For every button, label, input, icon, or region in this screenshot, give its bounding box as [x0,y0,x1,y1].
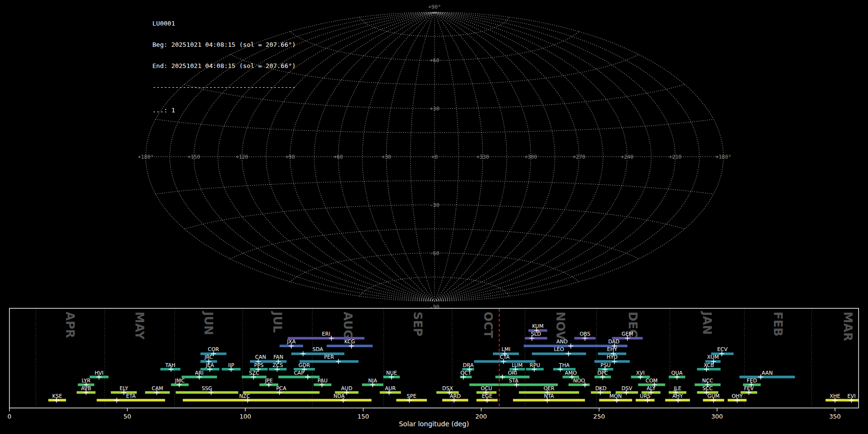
info-panel: LU0001 Beg: 20251021 04:08:15 (sol = 207… [152,6,296,128]
shower-label-SCC: SCC [703,385,713,392]
shower-label-DSV: DSV [622,385,633,392]
shower-label-DSX: DSX [442,385,453,392]
x-tick-label: 300 [711,413,723,420]
shower-label-SLD: SLD [531,331,541,337]
map-lon-label: +180° [716,154,732,160]
shower-label-ORI: ORI [508,370,517,376]
shower-label-EHY: EHY [607,346,618,353]
shower-label-JPE: JPE [264,378,273,384]
shower-label-CAP: CAP [294,370,304,376]
shower-label-PCA: PCA [276,385,287,392]
shower-label-PPS: PPS [254,362,264,368]
shower-label-SPE: SPE [407,393,417,399]
map-lon-label: +0 [432,154,438,160]
shower-label-OHY: OHY [732,393,743,399]
shower-peak-marker-AND [568,343,573,348]
x-axis-title: Solar longitude (deg) [399,420,469,428]
shower-label-AND: AND [556,339,568,345]
shower-label-PAU: PAU [317,378,327,384]
shower-peak-marker-PER [336,359,341,364]
shower-label-IIP: IIP [228,362,234,368]
shower-label-OCU: OCU [481,385,492,392]
shower-label-JEA: JEA [205,362,215,368]
shower-label-CAM: CAM [152,385,163,392]
shower-label-NOO: NOO [573,378,585,384]
map-lon-label: +330 [476,154,489,160]
shower-label-PSU: PSU [600,362,610,368]
shower-label-SDA: SDA [312,346,324,353]
map-lat-label: -30 [430,202,439,208]
shower-label-NZC: NZC [239,393,250,399]
map-lat-label: +60 [430,57,439,64]
shower-label-COM: COM [646,378,658,384]
month-label-FEB: FEB [771,312,785,336]
shower-label-OBS: OBS [580,331,591,337]
shower-label-ERI: ERI [322,331,330,337]
month-label-MAY: MAY [133,312,146,339]
map-lon-label: +210 [669,154,681,160]
shower-label-XUM: XUM [707,354,719,360]
month-label-NOV: NOV [554,312,567,340]
shower-label-THA: THA [558,362,570,368]
map-lon-label: +150 [188,154,200,160]
shower-label-EVI: EVI [847,393,855,399]
shower-label-TAH: TAH [165,362,176,368]
month-label-JUL: JUL [271,311,284,333]
shower-label-LYR: LYR [81,378,91,384]
shower-label-EGE: EGE [482,393,492,399]
shower-label-ALY: ALY [647,385,656,392]
month-label-SEP: SEP [411,312,424,336]
shower-label-LEO: LEO [554,346,564,353]
shower-label-PER: PER [324,354,334,360]
shower-label-NCC: NCC [702,378,713,384]
x-tick-label: 350 [829,413,841,420]
shower-label-CTA: CTA [500,354,510,360]
shower-label-RPU: RPU [529,362,540,368]
app-root: +180°+150+120+90+60+30+0+330+300+270+240… [0,0,868,434]
shower-label-KUM: KUM [532,323,543,329]
shower-label-KCG: KCG [344,339,355,345]
timeline-panel: APRMAYJUNJULAUGSEPOCTNOVDECJANFEBMARKUME… [7,308,858,428]
x-tick-label: 100 [240,413,251,420]
sky-grid-meridian [434,12,459,301]
info-line-count: ...: 1 [152,107,296,114]
shower-label-HVI: HVI [95,370,103,376]
shower-label-ARI: ARI [195,370,203,376]
shower-label-COR: COR [208,346,219,353]
shower-label-CAN: CAN [255,354,266,360]
shower-label-JLE: JLE [673,385,681,392]
info-line-beg: Beg: 20251021 04:08:15 (sol = 207.66°) [152,41,296,49]
shower-label-MON: MON [610,393,622,399]
shower-label-AVB: AVB [81,385,91,392]
x-tick-label: 200 [475,413,487,420]
shower-label-DPC: DPC [597,370,608,376]
map-lat-label: -90 [430,304,439,310]
shower-label-FAN: FAN [273,354,283,360]
sky-grid-meridian [434,12,675,301]
shower-label-KSE: KSE [52,393,62,399]
shower-label-SSG: SSG [202,385,212,392]
info-line-end: End: 20251021 04:08:15 (sol = 207.66°) [152,63,296,70]
map-lon-label: +90 [285,154,295,160]
shower-label-JXA: JXA [286,339,296,345]
shower-label-ETA: ETA [126,393,136,399]
shower-label-HYD: HYD [607,354,618,360]
map-lon-label: +270 [573,154,585,160]
shower-label-GDR: GDR [298,362,310,368]
x-tick-label: 50 [123,413,131,420]
shower-label-ARD: ARD [450,393,461,399]
shower-label-LMI: LMI [502,346,510,353]
shower-label-AUD: AUD [341,385,352,392]
shower-label-LUM: LUM [512,362,522,368]
shower-label-FED: FED [747,378,757,384]
shower-label-AAN: AAN [762,370,773,376]
shower-label-OER: OER [543,385,555,392]
shower-label-XVI: XVI [636,370,645,376]
month-label-AUG: AUG [341,312,354,339]
shower-peak-marker-ETA [114,398,119,403]
month-label-OCT: OCT [481,312,495,338]
info-line-id: LU0001 [152,20,296,27]
map-lon-label: +180° [138,154,154,160]
shower-label-XHE: XHE [830,393,841,399]
map-lon-label: +60 [334,154,343,160]
